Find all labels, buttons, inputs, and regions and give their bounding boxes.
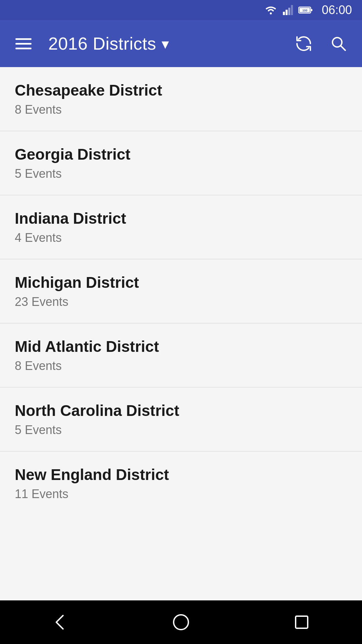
district-list: Chesapeake District8 EventsGeorgia Distr… xyxy=(0,67,362,600)
district-name: Michigan District xyxy=(15,273,347,291)
signal-icon xyxy=(283,5,293,15)
list-item[interactable]: Indiana District4 Events xyxy=(0,195,362,259)
status-time: 06:00 xyxy=(322,3,352,17)
menu-button[interactable] xyxy=(12,35,35,53)
district-name: New England District xyxy=(15,466,347,484)
recent-button[interactable] xyxy=(285,605,318,639)
district-name: Indiana District xyxy=(15,209,347,227)
svg-rect-2 xyxy=(286,10,288,15)
hamburger-line-1 xyxy=(15,38,32,40)
list-item[interactable]: Georgia District5 Events xyxy=(0,131,362,195)
refresh-button[interactable] xyxy=(292,32,315,55)
district-events: 11 Events xyxy=(15,487,347,501)
back-button[interactable] xyxy=(44,605,77,639)
hamburger-line-2 xyxy=(15,43,32,45)
district-events: 5 Events xyxy=(15,167,347,181)
list-item[interactable]: Chesapeake District8 Events xyxy=(0,67,362,131)
nav-bar xyxy=(0,600,362,644)
district-events: 23 Events xyxy=(15,295,347,309)
home-button[interactable] xyxy=(164,605,198,639)
district-name: Mid Atlantic District xyxy=(15,337,347,356)
status-bar-icons: 100 06:00 xyxy=(264,3,352,17)
svg-rect-4 xyxy=(291,5,293,15)
wifi-icon xyxy=(264,5,278,15)
hamburger-line-3 xyxy=(15,48,32,49)
search-button[interactable] xyxy=(327,32,350,55)
status-bar: 100 06:00 xyxy=(0,0,362,20)
list-item[interactable]: North Carolina District5 Events xyxy=(0,387,362,451)
toolbar: 2016 Districts ▾ xyxy=(0,20,362,67)
list-item[interactable]: Mid Atlantic District8 Events xyxy=(0,323,362,387)
battery-icon: 100 xyxy=(298,6,313,14)
district-name: Chesapeake District xyxy=(15,81,347,99)
svg-point-0 xyxy=(270,12,272,14)
svg-point-11 xyxy=(174,615,188,630)
district-events: 8 Events xyxy=(15,359,347,373)
toolbar-title: 2016 Districts xyxy=(48,34,156,54)
district-events: 4 Events xyxy=(15,231,347,245)
svg-line-10 xyxy=(341,46,345,50)
refresh-icon xyxy=(295,35,312,52)
list-item[interactable]: Michigan District23 Events xyxy=(0,259,362,323)
back-icon xyxy=(50,612,70,632)
district-name: Georgia District xyxy=(15,145,347,163)
svg-rect-7 xyxy=(311,9,312,11)
district-name: North Carolina District xyxy=(15,401,347,420)
svg-rect-1 xyxy=(283,12,285,15)
svg-text:100: 100 xyxy=(302,9,307,12)
recent-icon xyxy=(292,612,312,632)
district-events: 5 Events xyxy=(15,423,347,437)
list-item[interactable]: New England District11 Events xyxy=(0,451,362,515)
toolbar-actions xyxy=(292,32,350,55)
home-icon xyxy=(171,612,191,632)
district-events: 8 Events xyxy=(15,103,347,117)
svg-rect-12 xyxy=(296,616,308,628)
toolbar-title-area: 2016 Districts ▾ xyxy=(48,34,292,54)
search-icon xyxy=(330,35,347,52)
svg-rect-3 xyxy=(288,8,290,15)
dropdown-arrow-icon[interactable]: ▾ xyxy=(162,35,169,52)
